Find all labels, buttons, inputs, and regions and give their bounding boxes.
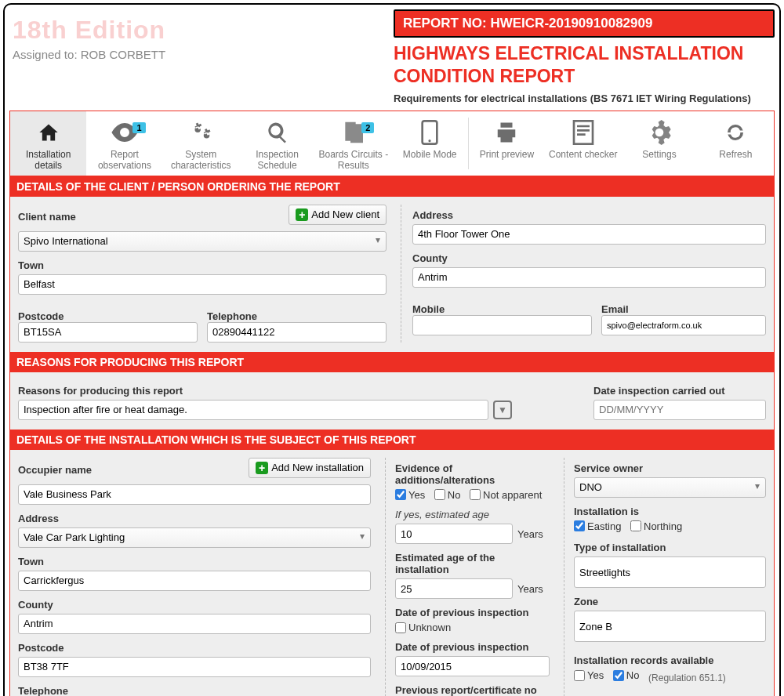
add-client-button[interactable]: +Add New client xyxy=(289,205,387,225)
plus-icon: + xyxy=(256,462,268,474)
label-client-name: Client name xyxy=(18,211,76,223)
years-unit: Years xyxy=(517,528,543,540)
evidence-no[interactable]: No xyxy=(434,489,461,501)
prev-unknown-check[interactable]: Unknown xyxy=(395,622,543,633)
client-address-input[interactable] xyxy=(412,224,766,245)
alteration-age-input[interactable] xyxy=(395,524,513,544)
nav-inspection-schedule[interactable]: Inspection Schedule xyxy=(239,111,315,176)
label-install-telephone: Telephone xyxy=(18,685,371,697)
nav-settings[interactable]: Settings xyxy=(621,111,697,176)
section-client-header: DETAILS OF THE CLIENT / PERSON ORDERING … xyxy=(10,176,774,197)
main-nav: Installation details 1 Report observatio… xyxy=(10,111,774,176)
northing-check[interactable]: Northing xyxy=(630,520,682,532)
client-county-input[interactable] xyxy=(412,267,766,288)
label-service-owner: Service owner xyxy=(574,462,766,474)
label-client-mobile: Mobile xyxy=(412,303,592,315)
label-if-yes-age: If yes, estimated age xyxy=(395,509,550,520)
label-occupier: Occupier name xyxy=(18,464,92,476)
home-icon xyxy=(13,119,83,146)
svg-point-1 xyxy=(429,140,431,142)
label-est-age: Estimated age of the installation xyxy=(395,552,550,575)
section-installation-header: DETAILS OF THE INSTALLATION WHICH IS THE… xyxy=(10,430,774,450)
nav-print-preview[interactable]: Print preview xyxy=(469,111,545,176)
plus-icon: + xyxy=(296,208,308,221)
refresh-icon xyxy=(701,119,771,146)
install-postcode-input[interactable] xyxy=(18,657,371,677)
label-evidence: Evidence of additions/alterations xyxy=(395,462,550,486)
label-prev-insp-unknown: Date of previous inspection xyxy=(395,607,550,618)
nav-mobile-mode[interactable]: Mobile Mode xyxy=(391,111,467,176)
label-records-avail: Installation records available xyxy=(574,654,766,666)
label-client-telephone: Telephone xyxy=(207,310,387,322)
evidence-not-apparent[interactable]: Not apparent xyxy=(470,489,542,501)
label-zone: Zone xyxy=(574,596,766,607)
boards-icon xyxy=(318,119,388,146)
install-age-input[interactable] xyxy=(395,578,513,599)
gears-icon xyxy=(166,119,236,146)
client-postcode-input[interactable] xyxy=(18,322,198,343)
prev-date-input[interactable] xyxy=(395,656,550,676)
client-town-input[interactable] xyxy=(18,274,387,295)
easting-check[interactable]: Easting xyxy=(574,520,621,532)
install-town-input[interactable] xyxy=(18,571,371,591)
label-install-county: County xyxy=(18,599,371,611)
reasons-dropdown-toggle[interactable]: ▼ xyxy=(493,401,512,419)
regulation-note: (Regulation 651.1) xyxy=(648,672,726,683)
label-client-postcode: Postcode xyxy=(18,310,198,322)
edition-title: 18th Edition xyxy=(13,16,390,45)
print-icon xyxy=(472,119,542,146)
add-installation-button[interactable]: +Add New installation xyxy=(249,458,371,478)
checklist-icon xyxy=(548,119,618,146)
search-icon xyxy=(242,119,312,146)
label-client-address: Address xyxy=(412,209,766,221)
occupier-input[interactable] xyxy=(18,484,371,505)
label-installation-is: Installation is xyxy=(574,506,766,517)
nav-content-checker[interactable]: Content checker xyxy=(545,111,621,176)
nav-refresh[interactable]: Refresh xyxy=(698,111,774,176)
install-address-select[interactable]: Vale Car Park Lighting xyxy=(18,527,371,548)
label-date-inspection: Date inspection carried out xyxy=(593,385,766,397)
nav-boards-circuits[interactable]: 2 Boards Circuits - Results xyxy=(315,111,391,176)
mobile-icon xyxy=(394,119,464,146)
reasons-input[interactable] xyxy=(18,400,488,420)
svg-rect-2 xyxy=(574,121,593,143)
install-county-input[interactable] xyxy=(18,614,371,634)
records-yes[interactable]: Yes xyxy=(574,669,604,681)
nav-report-observations[interactable]: 1 Report observations xyxy=(86,111,162,176)
label-client-county: County xyxy=(412,252,766,264)
client-mobile-input[interactable] xyxy=(412,315,592,335)
zone-input[interactable] xyxy=(574,611,766,642)
service-owner-select[interactable]: DNO xyxy=(574,477,766,498)
label-install-postcode: Postcode xyxy=(18,642,371,654)
assigned-to: Assigned to: ROB CORBETT xyxy=(13,48,390,61)
section-reasons-header: REASONS FOR PRODUCING THIS REPORT xyxy=(10,352,774,372)
label-type-install: Type of installation xyxy=(574,542,766,553)
gear-icon xyxy=(624,119,694,146)
report-number-banner: REPORT NO: HWEICR-20190910082909 xyxy=(394,9,775,38)
client-email-input[interactable] xyxy=(601,315,766,335)
label-client-email: Email xyxy=(601,303,766,315)
label-prev-insp-date: Date of previous inspection xyxy=(395,641,550,653)
label-reasons: Reasons for producing this report xyxy=(18,385,512,397)
client-telephone-input[interactable] xyxy=(207,322,387,343)
records-no[interactable]: No xyxy=(613,669,640,681)
label-install-town: Town xyxy=(18,556,371,567)
evidence-yes[interactable]: Yes xyxy=(395,489,425,501)
observations-badge: 1 xyxy=(132,122,145,133)
nav-installation-details[interactable]: Installation details xyxy=(10,111,86,176)
report-title: HIGHWAYS ELECTRICAL INSTALLATIONCONDITIO… xyxy=(394,42,775,88)
nav-system-characteristics[interactable]: System characteristics xyxy=(163,111,239,176)
label-install-address: Address xyxy=(18,513,371,524)
boards-badge: 2 xyxy=(361,122,374,133)
report-subtitle: Requirements for electrical installation… xyxy=(394,92,775,104)
label-prev-cert: Previous report/certificate no xyxy=(395,684,550,696)
client-name-select[interactable]: Spivo International xyxy=(18,231,387,252)
label-client-town: Town xyxy=(18,259,387,271)
type-install-input[interactable] xyxy=(574,556,766,588)
years-unit: Years xyxy=(517,583,543,595)
eye-icon xyxy=(89,119,159,146)
date-inspection-input[interactable] xyxy=(593,400,766,420)
